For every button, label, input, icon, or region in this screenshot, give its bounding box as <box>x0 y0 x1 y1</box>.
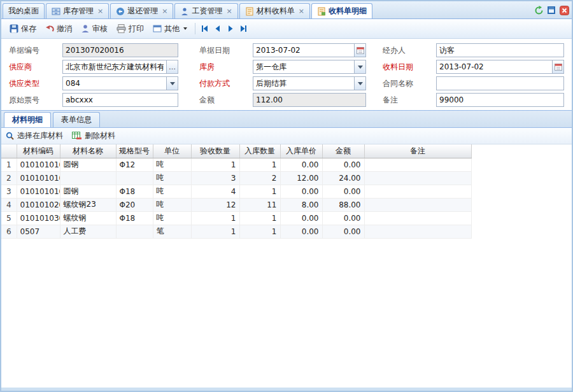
cell-spec[interactable]: Φ18 <box>116 185 153 198</box>
tab-close-icon[interactable] <box>162 8 167 15</box>
cell-spec[interactable]: Φ12 <box>116 158 153 171</box>
cell-qty-in[interactable]: 11 <box>239 198 280 211</box>
cell-remark[interactable] <box>364 225 471 238</box>
nav-first-button[interactable] <box>199 22 211 35</box>
print-button[interactable]: 打印 <box>112 22 148 36</box>
supplier-lookup-button[interactable]: … <box>167 60 178 74</box>
refresh-icon[interactable] <box>534 5 544 15</box>
col-qty-check[interactable]: 验收数量 <box>191 144 239 158</box>
col-qty-in[interactable]: 入库数量 <box>239 144 280 158</box>
table-row[interactable]: 5 0101010309 螺纹钢 Φ18 吨 1 1 0.00 0.00 <box>1 211 471 225</box>
remark-input[interactable] <box>436 93 564 107</box>
cell-name[interactable]: 圆钢 <box>60 185 116 198</box>
tab-material-receipt[interactable]: 材料收料单 <box>239 3 310 18</box>
tab-my-desktop[interactable]: 我的桌面 <box>3 3 45 18</box>
cell-code[interactable]: 0101010309 <box>17 211 60 225</box>
warehouse-input[interactable] <box>253 60 355 74</box>
restore-icon[interactable] <box>546 5 556 15</box>
cell-remark[interactable] <box>364 171 471 185</box>
cell-qty-in[interactable]: 1 <box>239 211 280 225</box>
cell-name[interactable]: 人工费 <box>60 225 116 238</box>
cell-name[interactable]: 螺纹钢 <box>60 211 116 225</box>
cell-unit[interactable]: 吨 <box>153 211 191 225</box>
cell-amount[interactable]: 0.00 <box>322 158 364 171</box>
delete-material-button[interactable]: 删除材料 <box>72 130 115 141</box>
cell-unit[interactable]: 吨 <box>153 158 191 171</box>
cell-name[interactable]: 圆钢 <box>60 158 116 171</box>
payment-input[interactable] <box>253 76 355 90</box>
cell-rownum[interactable]: 1 <box>1 158 17 171</box>
cell-unit[interactable]: 吨 <box>153 185 191 198</box>
cell-amount[interactable]: 0.00 <box>322 225 364 238</box>
nav-prev-button[interactable] <box>211 22 224 35</box>
cell-price[interactable]: 8.00 <box>280 198 322 211</box>
col-material-name[interactable]: 材料名称 <box>60 144 116 158</box>
col-amount[interactable]: 金额 <box>322 144 364 158</box>
cell-unit[interactable]: 吨 <box>153 198 191 211</box>
cell-rownum[interactable]: 3 <box>1 185 17 198</box>
cell-qty-check[interactable]: 1 <box>191 158 239 171</box>
tab-receipt-detail[interactable]: 收料单明细 <box>311 3 372 18</box>
col-material-code[interactable]: 材料编码 <box>17 144 60 158</box>
table-row[interactable]: 2 0101010105 吨 3 2 12.00 24.00 <box>1 171 471 185</box>
cell-unit[interactable]: 笔 <box>153 225 191 238</box>
cell-price[interactable]: 12.00 <box>280 171 322 185</box>
cell-price[interactable]: 0.00 <box>280 158 322 171</box>
supply-type-input[interactable] <box>62 76 167 90</box>
cell-qty-in[interactable]: 2 <box>239 171 280 185</box>
doc-date-calendar-button[interactable] <box>355 43 366 57</box>
table-row[interactable]: 6 0507 人工费 笔 1 1 0.00 0.00 <box>1 225 471 238</box>
cell-code[interactable]: 0101010205 <box>17 198 60 211</box>
doc-no-input[interactable] <box>62 43 178 57</box>
cell-spec[interactable] <box>116 225 153 238</box>
amount-input[interactable] <box>253 93 366 107</box>
supply-type-dropdown-button[interactable] <box>167 76 178 90</box>
cell-name[interactable] <box>60 171 116 185</box>
receipt-date-calendar-button[interactable] <box>553 60 564 74</box>
nav-last-button[interactable] <box>237 22 250 35</box>
cell-remark[interactable] <box>364 198 471 211</box>
col-rownum[interactable] <box>1 144 17 158</box>
cell-price[interactable]: 0.00 <box>280 185 322 198</box>
receipt-date-input[interactable] <box>436 60 553 74</box>
cell-price[interactable]: 0.00 <box>280 225 322 238</box>
select-stock-material-button[interactable]: 选择在库材料 <box>6 130 63 141</box>
cell-qty-in[interactable]: 1 <box>239 158 280 171</box>
supplier-input[interactable] <box>62 60 167 74</box>
contract-input[interactable] <box>436 76 564 90</box>
cell-amount[interactable]: 0.00 <box>322 211 364 225</box>
cell-remark[interactable] <box>364 211 471 225</box>
cell-rownum[interactable]: 4 <box>1 198 17 211</box>
tab-close-icon[interactable] <box>97 8 103 15</box>
cell-remark[interactable] <box>364 185 471 198</box>
cell-spec[interactable]: Φ20 <box>116 198 153 211</box>
cell-rownum[interactable]: 2 <box>1 171 17 185</box>
cell-rownum[interactable]: 6 <box>1 225 17 238</box>
tab-close-icon[interactable] <box>299 8 304 15</box>
cell-code[interactable]: 0101010105 <box>17 171 60 185</box>
col-unit[interactable]: 单位 <box>153 144 191 158</box>
cell-spec[interactable]: Φ18 <box>116 211 153 225</box>
cell-code[interactable]: 0507 <box>17 225 60 238</box>
payment-dropdown-button[interactable] <box>355 76 366 90</box>
table-row[interactable]: 4 0101010205 螺纹钢23 Φ20 吨 12 11 8.00 88.0… <box>1 198 471 211</box>
cell-qty-check[interactable]: 4 <box>191 185 239 198</box>
table-row[interactable]: 1 0101010104 圆钢 Φ12 吨 1 1 0.00 0.00 <box>1 158 471 171</box>
ticket-no-input[interactable] <box>62 93 178 107</box>
cell-name[interactable]: 螺纹钢23 <box>60 198 116 211</box>
cell-qty-check[interactable]: 3 <box>191 171 239 185</box>
cell-qty-in[interactable]: 1 <box>239 185 280 198</box>
tab-material-detail[interactable]: 材料明细 <box>4 112 51 127</box>
cell-qty-in[interactable]: 1 <box>239 225 280 238</box>
handler-input[interactable] <box>436 43 564 57</box>
col-spec[interactable]: 规格型号 <box>116 144 153 158</box>
col-price[interactable]: 入库单价 <box>280 144 322 158</box>
undo-button[interactable]: 撤消 <box>41 22 76 36</box>
cell-unit[interactable]: 吨 <box>153 171 191 185</box>
audit-button[interactable]: 审核 <box>76 22 112 36</box>
tab-return[interactable]: 退还管理 <box>110 3 173 18</box>
tab-inventory[interactable]: 库存管理 <box>46 3 109 18</box>
cell-price[interactable]: 0.00 <box>280 211 322 225</box>
cell-code[interactable]: 0101010107 <box>17 185 60 198</box>
tab-close-icon[interactable] <box>226 8 232 15</box>
